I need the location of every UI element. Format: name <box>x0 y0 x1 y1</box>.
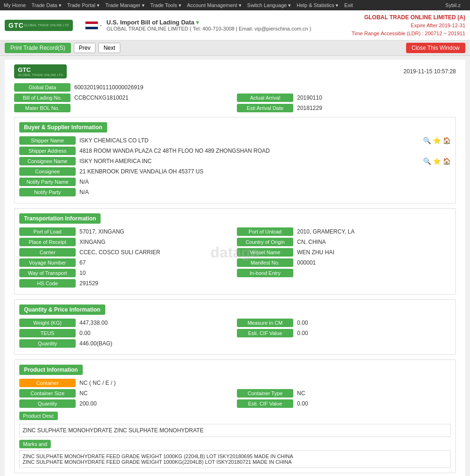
bol-field: Bill of Lading No. CCBCCNXG1810021 <box>14 94 233 102</box>
bol-label: Bill of Lading No. <box>14 94 70 102</box>
container-size-field: Container Size NC <box>19 389 233 398</box>
esti-arrival-field: Esti Arrival Date 20181229 <box>237 104 456 112</box>
esti-arrival-label: Esti Arrival Date <box>237 104 293 112</box>
notify-party-label: Notify Party <box>19 188 76 196</box>
buyer-supplier-header: Buyer & Supplier Information <box>19 122 107 133</box>
esti-cif-label: Esti. CIF Value <box>237 329 293 337</box>
container-type-label: Container Type <box>237 389 293 398</box>
measure-label: Measure in CM <box>237 319 293 327</box>
port-unload-label: Port of Unload <box>237 227 293 236</box>
shipper-address-label: Shipper Address <box>19 147 76 155</box>
print-button-top[interactable]: Print Trade Record(S) <box>5 43 71 53</box>
home-icon-shipper[interactable]: 🏠 <box>443 137 451 144</box>
weight-value: 447,338.00 <box>79 320 233 326</box>
weight-field: Weight (KG) 447,338.00 <box>19 319 233 327</box>
vessel-name-value: WEN ZHU HAI <box>297 249 451 256</box>
teus-value: 0.00 <box>79 330 233 336</box>
home-icon-consignee[interactable]: 🏠 <box>443 157 451 165</box>
product-desc-section: Product Desc ZINC SULPHATE MONOHYDRATE Z… <box>19 412 451 437</box>
place-receipt-label: Place of Receipt <box>19 238 76 246</box>
qty-row1: Weight (KG) 447,338.00 Measure in CM 0.0… <box>19 319 451 327</box>
measure-value: 0.00 <box>297 320 451 326</box>
global-data-label: Global Data <box>14 83 70 92</box>
esti-cif-value: 0.00 <box>297 330 451 336</box>
top-navigation: My Home Trade Data ▾ Trade Portal ▾ Trad… <box>0 0 470 10</box>
star-icon-shipper[interactable]: ⭐ <box>433 137 441 144</box>
container-size-value: NC <box>79 390 233 397</box>
manifest-no-value: 000001 <box>297 259 451 266</box>
product-desc-value: ZINC SULPHATE MONOHYDRATE ZINC SULPHATE … <box>19 424 451 437</box>
nav-trade-manager[interactable]: Trade Manager ▾ <box>105 2 145 8</box>
notify-party-name-row: Notify Party Name N/A <box>19 178 451 186</box>
transport-row5: Way of Transport 10 In-bond Entry <box>19 269 451 277</box>
nav-exit[interactable]: Exit <box>344 2 352 8</box>
dropdown-arrow[interactable]: ▾ <box>196 19 199 26</box>
vessel-name-field: Vessel Name WEN ZHU HAI <box>237 248 451 257</box>
qty-row2: TEUS 0.00 Esti. CIF Value 0.00 <box>19 329 451 337</box>
carrier-label: Carrier <box>19 248 76 257</box>
notify-party-name-label: Notify Party Name <box>19 178 76 186</box>
bol-value: CCBCCNXG1810021 <box>74 94 233 101</box>
way-transport-label: Way of Transport <box>19 269 76 277</box>
container-type-value: NC <box>297 390 451 397</box>
port-unload-value: 2010, GRAMERCY, LA <box>297 228 451 235</box>
star-icon-consignee[interactable]: ⭐ <box>433 157 441 165</box>
shipper-name-value: ISKY CHEMICALS CO LTD <box>79 137 421 144</box>
bol-row: Bill of Lading No. CCBCCNXG1810021 Actua… <box>14 94 456 102</box>
quantity-label: Quantity <box>19 339 76 348</box>
consignee-name-row: Consignee Name ISKY NORTH AMERICA INC 🔍 … <box>19 157 451 165</box>
nav-switch-language[interactable]: Switch Language ▾ <box>247 2 291 8</box>
nav-trade-data[interactable]: Trade Data ▾ <box>31 2 62 8</box>
master-bol-label: Mater BOL No. <box>14 104 70 112</box>
port-load-field: Port of Load 57017, XINGANG <box>19 227 233 236</box>
product-esti-cif-field: Esti. CIF Value 0.00 <box>237 399 451 408</box>
nav-my-home[interactable]: My Home <box>4 2 26 8</box>
notify-party-row: Notify Party N/A <box>19 188 451 196</box>
close-button-top[interactable]: Close This Window <box>406 43 465 53</box>
nav-account-management[interactable]: Account Management ▾ <box>187 2 242 8</box>
country-origin-label: Country of Origin <box>237 238 293 246</box>
port-load-label: Port of Load <box>19 227 76 236</box>
inbond-entry-label: In-bond Entry <box>237 269 293 277</box>
nav-trade-tools[interactable]: Trade Tools ▾ <box>150 2 181 8</box>
buyer-supplier-section: Buyer & Supplier Information Shipper Nam… <box>14 117 456 203</box>
search-icon-shipper[interactable]: 🔍 <box>423 137 431 144</box>
transport-row4: Voyage Number 67 Manifest No. 000001 <box>19 258 451 267</box>
transport-row2: Place of Receipt XINGANG Country of Orig… <box>19 238 451 246</box>
way-transport-value: 10 <box>79 270 233 276</box>
consignee-row: Consignee 21 KENBROOK DRIVE VANDALIA OH … <box>19 167 451 176</box>
port-unload-field: Port of Unload 2010, GRAMERCY, LA <box>237 227 451 236</box>
container-value: NC ( NC / E / ) <box>79 380 451 386</box>
product-qty-field: Quantity 200.00 <box>19 399 233 408</box>
weight-label: Weight (KG) <box>19 319 76 327</box>
header-right: GLOBAL TRADE ONLINE LIMITED (A) Expire A… <box>352 13 465 37</box>
hs-code-label: HS Code <box>19 279 76 288</box>
quantity-value: 446.00(BAG) <box>79 340 451 347</box>
consignee-name-value: ISKY NORTH AMERICA INC <box>79 158 421 164</box>
country-origin-value: CN, CHINA <box>297 239 451 245</box>
carrier-value: CCEC, COSCO SULI CARRIER <box>79 249 233 256</box>
actual-arrival-value: 20190110 <box>297 94 456 101</box>
prev-button-top[interactable]: Prev <box>74 43 96 53</box>
doc-logo-box: GTC GLOBAL TRADE ONLINE LTD <box>14 64 67 78</box>
flag-separator: - <box>100 22 102 29</box>
product-info-header: Product Information <box>19 365 83 375</box>
doc-logo-text: GTC <box>18 66 31 73</box>
way-transport-field: Way of Transport 10 <box>19 269 233 277</box>
nav-help-statistics[interactable]: Help & Statistics ▾ <box>297 2 338 8</box>
search-icon-consignee[interactable]: 🔍 <box>423 157 431 165</box>
product-esti-cif-label: Esti. CIF Value <box>237 399 293 408</box>
voyage-number-field: Voyage Number 67 <box>19 258 233 267</box>
hs-code-row: HS Code 291529 <box>19 279 451 288</box>
nav-trade-portal[interactable]: Trade Portal ▾ <box>67 2 100 8</box>
next-button-top[interactable]: Next <box>98 43 120 53</box>
notify-party-value: N/A <box>79 189 451 195</box>
marks-label: Marks and <box>19 440 51 448</box>
consignee-value: 21 KENBROOK DRIVE VANDALIA OH 45377 US <box>79 168 451 175</box>
notify-party-name-value: N/A <box>79 179 451 185</box>
consignee-label: Consignee <box>19 167 76 176</box>
doc-logo: GTC GLOBAL TRADE ONLINE LTD <box>14 64 67 78</box>
logo-box: GTC GLOBAL TRADE ONLINE LTD <box>5 20 73 31</box>
transport-row3: Carrier CCEC, COSCO SULI CARRIER Vessel … <box>19 248 451 257</box>
logo-area: GTC GLOBAL TRADE ONLINE LTD <box>5 20 73 31</box>
